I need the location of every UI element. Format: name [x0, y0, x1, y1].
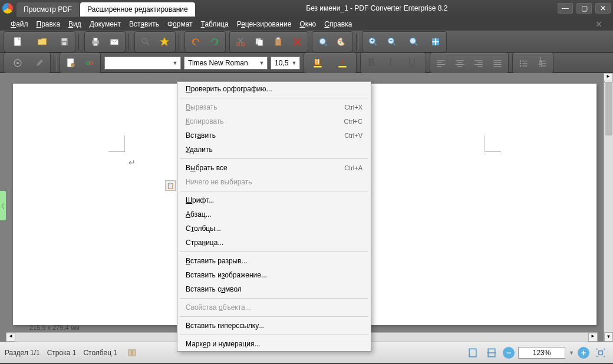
status-column[interactable]: Столбец 1 — [83, 349, 117, 357]
link-button[interactable] — [80, 54, 99, 72]
context-menu-item[interactable]: Вставить разрыв... — [177, 254, 371, 268]
menu-item[interactable]: Вид — [68, 20, 81, 28]
context-menu-item[interactable]: Выбрать всеCtrl+A — [177, 161, 371, 175]
app-logo-icon — [2, 3, 13, 14]
favorite-button[interactable] — [155, 33, 174, 51]
italic-button[interactable]: I — [381, 54, 400, 72]
menu-item[interactable]: Документ — [90, 20, 121, 28]
font-combo[interactable]: Times New Roman ▼ — [184, 57, 268, 70]
context-menu-shortcut: Ctrl+X — [344, 104, 362, 111]
scroll-thumb[interactable] — [605, 82, 612, 135]
context-menu-item[interactable]: Удалить — [177, 143, 371, 157]
svg-point-65 — [520, 62, 522, 64]
copy-button[interactable] — [250, 33, 269, 51]
context-menu-item[interactable]: ВставитьCtrl+V — [177, 128, 371, 143]
menu-item[interactable]: Рецензирование — [237, 20, 292, 28]
palette-button[interactable] — [332, 33, 351, 51]
settings-button[interactable] — [5, 54, 30, 72]
bold-button[interactable]: B — [362, 54, 381, 72]
fullscreen-button[interactable] — [593, 346, 608, 360]
search-tool-button[interactable] — [314, 33, 332, 51]
fit-page-button[interactable] — [465, 346, 480, 360]
open-button[interactable] — [30, 33, 55, 51]
zoom-level-button[interactable] — [401, 33, 426, 51]
maximize-button[interactable]: ▢ — [576, 3, 592, 14]
chevron-down-icon: ▼ — [290, 60, 298, 66]
context-menu-item[interactable]: Страница... — [177, 236, 371, 250]
font-value: Times New Roman — [188, 59, 258, 67]
paste-button[interactable] — [269, 33, 288, 51]
left-panel-handle[interactable] — [0, 191, 6, 220]
tab-расширенное-редактирование[interactable]: Расширенное редактирование — [80, 2, 195, 16]
chevron-down-icon: ▼ — [258, 60, 266, 66]
vertical-scrollbar[interactable]: ▲ ▼ — [604, 73, 613, 342]
zoom-field[interactable]: 123% — [518, 347, 565, 359]
zoom-out-button[interactable]: − — [383, 33, 401, 51]
pen-button[interactable] — [30, 54, 49, 72]
format-toolbar: ▼ Times New Roman ▼ 10,5 ▼ H A B I U 123 — [0, 53, 613, 73]
close-button[interactable]: ✕ — [595, 3, 611, 14]
svg-rect-76 — [133, 349, 136, 356]
cut-button[interactable] — [231, 33, 250, 51]
align-justify-button[interactable] — [488, 54, 507, 72]
svg-point-37 — [17, 61, 19, 64]
tab-просмотр-pdf[interactable]: Просмотр PDF — [17, 2, 79, 16]
expand-icon[interactable]: ► — [604, 73, 613, 81]
context-menu-item: Ничего не выбирать — [177, 175, 371, 189]
context-menu-item[interactable]: Абзац... — [177, 207, 371, 221]
menubar-close-icon[interactable]: ✕ — [595, 19, 602, 29]
context-menu-shortcut: Ctrl+A — [344, 164, 362, 171]
mail-button[interactable] — [105, 33, 124, 51]
highlight-button[interactable]: H — [305, 54, 330, 72]
zoom-in-button[interactable]: + — [578, 347, 589, 359]
fontcolor-button[interactable]: A — [330, 54, 355, 72]
menu-item[interactable]: Таблица — [201, 20, 229, 28]
find-button[interactable] — [136, 33, 155, 51]
menu-item[interactable]: Окно — [299, 20, 316, 28]
status-layout-icon[interactable] — [124, 346, 140, 360]
context-menu-item[interactable]: Проверить орфографию... — [177, 82, 371, 96]
align-center-button[interactable] — [450, 54, 469, 72]
size-combo[interactable]: 10,5 ▼ — [271, 57, 300, 70]
save-button[interactable] — [55, 33, 74, 51]
redo-button[interactable] — [205, 33, 224, 51]
context-menu-item[interactable]: Вставить символ — [177, 282, 371, 296]
zoom-out-button[interactable]: − — [503, 347, 515, 359]
context-menu-item[interactable]: Столбцы... — [177, 221, 371, 236]
menu-item[interactable]: Правка — [37, 20, 61, 28]
bullets-button[interactable] — [514, 54, 533, 72]
context-menu-label: Шрифт... — [186, 196, 362, 204]
status-row[interactable]: Строка 1 — [47, 349, 77, 357]
paste-options-icon[interactable]: 📋 — [165, 180, 176, 191]
minimize-button[interactable]: ― — [558, 3, 573, 14]
delete-button[interactable] — [288, 33, 306, 51]
context-menu-item[interactable]: Вставить изображение... — [177, 268, 371, 282]
context-menu-item[interactable]: Вставить гиперссылку... — [177, 319, 371, 333]
numbering-button[interactable]: 123 — [533, 54, 552, 72]
menu-item[interactable]: Вставить — [129, 20, 159, 28]
context-menu-item[interactable]: Шрифт... — [177, 193, 371, 207]
doc-tools-button[interactable] — [61, 54, 80, 72]
menu-item[interactable]: Формат — [167, 20, 193, 28]
align-right-button[interactable] — [469, 54, 488, 72]
fit-button[interactable] — [426, 33, 445, 51]
status-section[interactable]: Раздел 1/1 — [5, 349, 40, 357]
menu-item[interactable]: Файл — [11, 20, 28, 28]
new-button[interactable] — [5, 33, 30, 51]
svg-point-11 — [242, 43, 245, 46]
underline-button[interactable]: U — [400, 54, 424, 72]
svg-line-26 — [374, 43, 377, 45]
menu-item[interactable]: Справка — [324, 20, 352, 28]
print-button[interactable] — [86, 33, 105, 51]
zoom-in-button[interactable]: + — [364, 33, 383, 51]
chevron-down-icon[interactable]: ▼ — [569, 350, 574, 356]
scroll-right-button[interactable]: ► — [588, 333, 598, 342]
undo-button[interactable] — [186, 33, 205, 51]
scroll-left-button[interactable]: ◄ — [6, 333, 15, 342]
context-menu-separator — [180, 191, 368, 191]
align-left-button[interactable] — [431, 54, 450, 72]
scroll-down-button[interactable]: ▼ — [604, 332, 613, 342]
style-combo[interactable]: ▼ — [104, 57, 181, 70]
context-menu-item[interactable]: Маркер и нумерация... — [177, 337, 371, 351]
fit-width-button[interactable] — [484, 346, 499, 360]
